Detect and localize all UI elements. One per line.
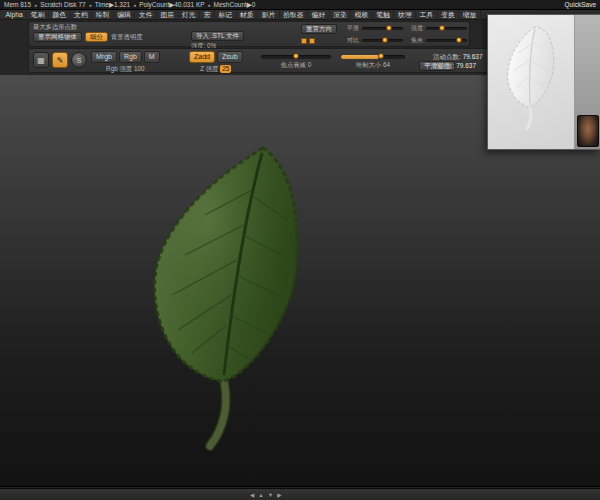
- leaf-stem: [210, 381, 226, 446]
- subdivide-button[interactable]: 细分: [85, 32, 108, 42]
- mem-status: Mem 815: [4, 1, 31, 8]
- material-glyph: S: [77, 57, 82, 64]
- draw-size-value[interactable]: 64: [383, 61, 390, 69]
- zadd-button[interactable]: Zadd: [189, 51, 215, 63]
- material-sphere-icon[interactable]: S: [71, 52, 87, 68]
- menu-item-alpha[interactable]: Alpha: [2, 11, 27, 18]
- preview-side-tray: [574, 15, 600, 149]
- intensity-slider[interactable]: [426, 27, 467, 30]
- menu-item-stencil[interactable]: 模板: [351, 10, 373, 20]
- separator-dot: ●: [208, 2, 211, 8]
- separator-dot: ●: [34, 2, 37, 8]
- status-bar: Mem 815 ● Scratch Disk 77 ● Time▶1.321 ●…: [0, 0, 600, 10]
- scroll-right-button[interactable]: ▶: [277, 490, 281, 500]
- focal-shift-slider[interactable]: [261, 55, 331, 59]
- mrgb-button[interactable]: Mrgb: [91, 51, 117, 63]
- color-swatch-icon[interactable]: [301, 38, 307, 44]
- menu-item-draw[interactable]: 绘制: [92, 10, 114, 20]
- menu-item-file[interactable]: 文件: [135, 10, 157, 20]
- scroll-left-button[interactable]: ◀: [250, 490, 254, 500]
- menu-item-render[interactable]: 渲染: [330, 10, 352, 20]
- grid-icon[interactable]: ▦: [33, 52, 49, 68]
- menu-item-stroke[interactable]: 笔触: [373, 10, 395, 20]
- menu-item-transform[interactable]: 变换: [438, 10, 460, 20]
- color-swatch-icon[interactable]: [309, 38, 315, 44]
- rgb-intensity-value[interactable]: 100: [134, 65, 145, 73]
- reset-orientation-button[interactable]: 重置方向: [301, 24, 337, 34]
- draw-shelf: ▦ ✎ S Mrgb Rgb M Rgb 强度 100 Zadd Zsub: [28, 48, 548, 73]
- draw-size-label: 绘制大小: [356, 61, 381, 69]
- total-points-value: 79.637: [456, 62, 476, 69]
- scroll-up-button[interactable]: ▲: [258, 490, 263, 500]
- menu-item-macro[interactable]: 宏: [200, 10, 215, 20]
- menu-item-zoom[interactable]: 缩放: [459, 10, 481, 20]
- menu-item-preferences[interactable]: 偏好: [308, 10, 330, 20]
- rgb-intensity-label: Rgb 强度: [106, 65, 132, 73]
- focal-slider[interactable]: [426, 39, 467, 42]
- show-mesh-toggle[interactable]: 显示网格物体: [33, 32, 82, 42]
- rgb-button[interactable]: Rgb: [119, 51, 142, 63]
- smooth-slider[interactable]: [362, 27, 403, 30]
- scroll-down-button[interactable]: ▼: [268, 490, 273, 500]
- material-preview-thumbnail[interactable]: [577, 115, 599, 147]
- menu-item-edit[interactable]: 编辑: [114, 10, 136, 20]
- options-shelf: 最大多边形点数 显示网格物体 细分 背景透明度 导入 .STL 文件 强度: 0…: [28, 21, 470, 47]
- focal-shift-value[interactable]: 0: [308, 61, 312, 69]
- leaf-preview-image: [488, 15, 574, 151]
- polycount-status: PolyCount▶40.031 KP: [139, 1, 204, 9]
- separator-dot: ●: [89, 2, 92, 8]
- draw-size-slider[interactable]: [341, 55, 405, 59]
- menu-item-document[interactable]: 文档: [71, 10, 93, 20]
- menu-item-light[interactable]: 灯光: [179, 10, 201, 20]
- brush-glyph: ✎: [57, 56, 64, 65]
- separator-dot: ●: [133, 2, 136, 8]
- slider-label: 平滑: [347, 24, 359, 33]
- menu-item-tool[interactable]: 工具: [416, 10, 438, 20]
- point-counts: 活动点数: 79.637 总点数: 79.637: [433, 52, 483, 70]
- tool-preview-panel[interactable]: [487, 14, 600, 150]
- active-points-value: 79.637: [463, 53, 483, 60]
- brush-icon[interactable]: ✎: [52, 52, 68, 68]
- menu-item-marker[interactable]: 标记: [215, 10, 237, 20]
- focal-shift-label: 焦点衰减: [281, 61, 306, 69]
- z-intensity-value[interactable]: 25: [220, 65, 231, 73]
- slider-label: 对比: [347, 36, 359, 45]
- bottom-bar: ◀ ▲ ▼ ▶: [0, 488, 600, 500]
- active-points-label: 活动点数:: [433, 53, 461, 60]
- zbrush-app: Mem 815 ● Scratch Disk 77 ● Time▶1.321 ●…: [0, 0, 600, 500]
- menu-item-movie[interactable]: 影片: [258, 10, 280, 20]
- scratch-disk-status: Scratch Disk 77: [40, 1, 86, 8]
- total-points-label: 总点数:: [433, 62, 454, 69]
- leaf-tool-thumbnail[interactable]: [488, 15, 574, 149]
- menu-item-picker[interactable]: 拾取器: [280, 10, 308, 20]
- quicksave-button[interactable]: QuickSave: [565, 1, 596, 8]
- time-status: Time▶1.321: [95, 1, 130, 9]
- grid-glyph: ▦: [37, 56, 45, 65]
- max-poly-label: 最大多边形点数: [33, 23, 142, 31]
- meshcount-status: MeshCount▶0: [214, 1, 256, 9]
- z-intensity-label: Z 强度: [200, 65, 218, 73]
- contrast-slider[interactable]: [362, 39, 403, 42]
- menu-item-texture[interactable]: 纹理: [394, 10, 416, 20]
- menu-item-color[interactable]: 颜色: [49, 10, 71, 20]
- slider-label: 强度: [411, 24, 423, 33]
- slider-label: 焦点: [411, 36, 423, 45]
- canvas-nav-controls: ◀ ▲ ▼ ▶: [250, 490, 281, 500]
- menu-item-material[interactable]: 材质: [237, 10, 259, 20]
- m-button[interactable]: M: [144, 51, 160, 63]
- menu-item-layer[interactable]: 图层: [157, 10, 179, 20]
- background-label: 背景透明度: [111, 33, 142, 41]
- import-stl-button[interactable]: 导入 .STL 文件: [191, 31, 244, 41]
- menu-item-brush[interactable]: 笔刷: [27, 10, 49, 20]
- zsub-button[interactable]: Zsub: [217, 51, 243, 63]
